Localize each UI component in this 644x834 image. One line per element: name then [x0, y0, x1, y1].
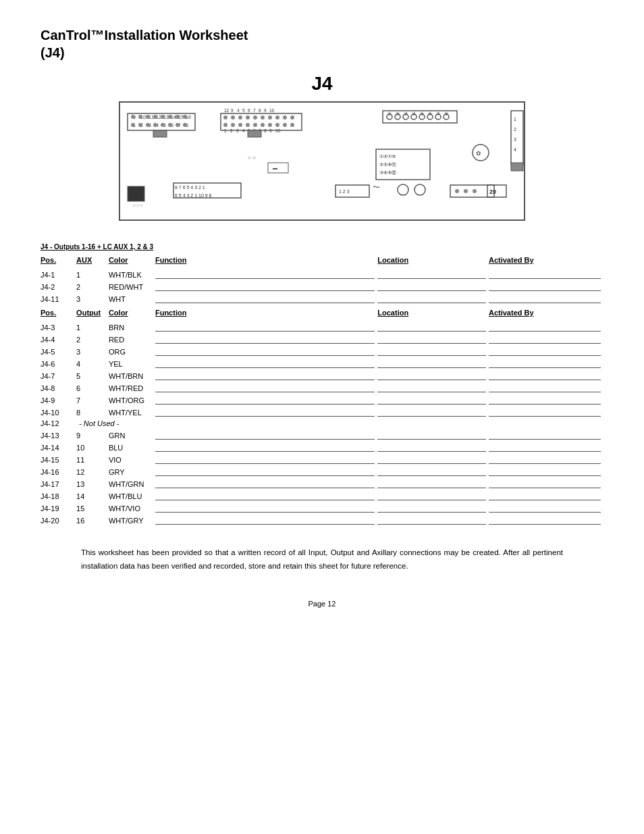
pos-cell: J4-5 [41, 345, 76, 357]
table1: Pos. AUX Color Function Location Activat… [41, 255, 603, 305]
th-location1: Location [377, 255, 489, 268]
table2-row: J4-19 15 WHT/VIO [41, 502, 603, 514]
activated-cell [489, 477, 603, 490]
activated-cell [489, 321, 603, 333]
svg-point-114 [455, 189, 459, 193]
output-cell: 3 [76, 345, 109, 357]
svg-point-72 [275, 123, 279, 127]
location-cell [377, 369, 489, 382]
table2-row: J4-5 3 ORG [41, 345, 603, 357]
th-color1: Color [109, 255, 155, 268]
location-cell [377, 268, 489, 280]
function-cell [155, 406, 377, 418]
th-function2: Function [155, 307, 377, 321]
page-title: CanTrol™Installation Worksheet (J4) [41, 27, 603, 61]
table2-row: J4-20 16 WHT/GRY [41, 514, 603, 526]
svg-text:3: 3 [514, 137, 516, 142]
svg-text:○ ○ ○: ○ ○ ○ [133, 203, 143, 207]
location-cell [377, 345, 489, 357]
table2-row: J4-9 7 WHT/ORG [41, 394, 603, 406]
th-aux: AUX [76, 255, 109, 268]
table2-header-row: Pos. Output Color Function Location Acti… [41, 307, 603, 321]
svg-text:〜: 〜 [373, 183, 380, 191]
svg-point-30 [161, 123, 165, 127]
function-cell [155, 502, 377, 514]
location-cell [377, 502, 489, 514]
table2-row: J4-17 13 WHT/GRN [41, 477, 603, 490]
svg-point-27 [138, 123, 142, 127]
location-cell [377, 477, 489, 490]
svg-text:⑤: ⑤ [420, 111, 424, 116]
function-cell [155, 280, 377, 292]
function-cell [155, 441, 377, 453]
svg-point-23 [168, 115, 172, 119]
svg-text:②⑤⑧⑪: ②⑤⑧⑪ [379, 162, 396, 167]
svg-point-66 [231, 123, 235, 127]
th-output: Output [76, 307, 109, 321]
table2-row: J4-13 9 GRN [41, 429, 603, 441]
svg-text:⑥: ⑥ [428, 111, 432, 116]
activated-cell [489, 406, 603, 418]
svg-text:①: ① [387, 111, 392, 116]
svg-text:④: ④ [412, 111, 416, 116]
svg-text:○  ○: ○ ○ [248, 155, 256, 161]
table2-row: J4-4 2 RED [41, 333, 603, 345]
svg-text:4: 4 [242, 128, 245, 133]
th-activated2: Activated By [489, 307, 603, 321]
table2-row: J4-7 5 WHT/BRN [41, 369, 603, 382]
pos-cell: J4-11 [41, 292, 76, 305]
svg-point-60 [261, 115, 265, 120]
color-cell: BRN [109, 321, 155, 333]
svg-rect-75 [248, 130, 261, 137]
svg-point-61 [268, 115, 272, 120]
activated-cell [489, 280, 603, 292]
location-cell [377, 490, 489, 502]
function-cell [155, 321, 377, 333]
color-cell: WHT/BLU [109, 490, 155, 502]
svg-point-69 [253, 123, 257, 127]
pos-cell: J4-12 [41, 418, 76, 429]
function-cell [155, 429, 377, 441]
svg-point-20 [146, 115, 150, 119]
table2-row: J4-10 8 WHT/YEL [41, 406, 603, 418]
svg-text:①④⑦⑩: ①④⑦⑩ [379, 154, 396, 159]
table2: Pos. Output Color Function Location Acti… [41, 307, 603, 526]
svg-point-24 [176, 115, 180, 119]
svg-text:1: 1 [514, 117, 516, 122]
table2-row: J4-18 14 WHT/BLU [41, 490, 603, 502]
pos-cell: J4-9 [41, 394, 76, 406]
svg-point-19 [138, 115, 142, 119]
th-function1: Function [155, 255, 377, 268]
output-cell: 14 [76, 490, 109, 502]
svg-text:10: 10 [275, 128, 281, 133]
output-cell: 1 [76, 321, 109, 333]
svg-point-70 [261, 123, 265, 127]
table1-row: J4-2 2 RED/WHT [41, 280, 603, 292]
svg-text:4: 4 [514, 147, 516, 152]
not-used-label: - Not Used - [76, 418, 603, 429]
svg-point-22 [161, 115, 165, 119]
location-cell [377, 514, 489, 526]
th-location2: Location [377, 307, 489, 321]
color-cell: RED [109, 333, 155, 345]
svg-point-59 [253, 115, 257, 120]
activated-cell [489, 453, 603, 465]
color-cell: WHT/YEL [109, 406, 155, 418]
svg-text:6: 6 [248, 108, 250, 113]
table2-row: J4-6 4 YEL [41, 357, 603, 369]
svg-point-64 [290, 115, 294, 120]
activated-cell [489, 268, 603, 280]
svg-text:4: 4 [237, 108, 240, 113]
svg-rect-103 [128, 186, 144, 201]
activated-cell [489, 292, 603, 305]
function-cell [155, 453, 377, 465]
table2-row: J4-15 11 VIO [41, 453, 603, 465]
output-cell: 16 [76, 514, 109, 526]
svg-point-73 [283, 123, 287, 127]
svg-text:▬: ▬ [273, 165, 277, 170]
pos-cell: J4-13 [41, 429, 76, 441]
color-cell: BLU [109, 441, 155, 453]
th-pos1: Pos. [41, 255, 76, 268]
pos-cell: J4-7 [41, 369, 76, 382]
output-cell: 12 [76, 465, 109, 477]
